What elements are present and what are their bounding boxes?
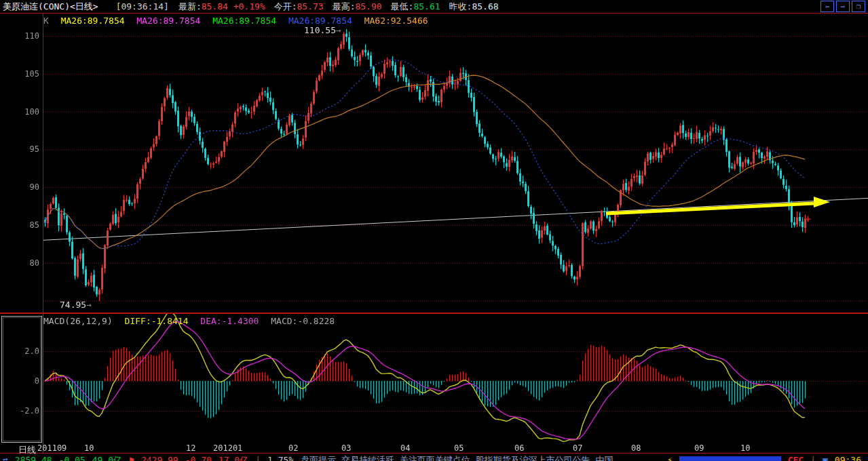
ma26-green-label: MA26:89.7854 <box>212 16 276 26</box>
high-annotation-text: 110.55 <box>304 25 336 35</box>
index2-amount: 17.0亿 <box>219 454 248 461</box>
status-clock: 09:36 <box>835 454 861 461</box>
low-annotation-text: 74.95 <box>60 300 86 310</box>
ma26-yellow-label: MA26:89.7854 <box>61 16 125 26</box>
title-bar: 美原油连(CONC)<日线> [09:36:14] 最新:85.84 +0.19… <box>0 0 868 14</box>
forward-button[interactable]: ⇨ <box>836 1 850 12</box>
clock: [09:36:14] <box>116 0 169 13</box>
ma-indicator-row: K MA26:89.7854 MA26:89.7854 MA26:89.7854… <box>43 16 435 26</box>
k-label: K <box>43 16 49 26</box>
dea-value: DEA:-1.4300 <box>200 316 259 326</box>
low-value: 85.61 <box>413 1 440 12</box>
prevclose-value: 85.68 <box>472 1 498 12</box>
open-value: 85.73 <box>297 1 324 12</box>
chart-canvas[interactable] <box>0 14 868 454</box>
high-label: 最高: <box>333 1 356 12</box>
high-value: 85.90 <box>355 1 381 12</box>
flag-icon: ⚑ <box>129 454 134 461</box>
index1-change: -0.05 <box>59 454 86 461</box>
right-arrow-icon: → <box>336 25 341 35</box>
low-label: 最低: <box>391 1 414 12</box>
index1-amount: 49.0亿 <box>92 454 122 461</box>
ma26-magenta-label: MA26:89.7854 <box>136 16 200 26</box>
chart-stage: K MA26:89.7854 MA26:89.7854 MA26:89.7854… <box>0 14 868 454</box>
last-value: 85.84 <box>202 1 228 12</box>
news-ticker[interactable]: 盘面提示 交易持续活跃 关注页面关键点位 股指期货及沪深上市公司公告 中国 <box>301 454 613 461</box>
last-label: 最新: <box>178 1 202 12</box>
lightning-icon: ⚡ <box>667 454 673 461</box>
index2-change: -0.70 <box>185 454 212 461</box>
macd-value: MACD:-0.8228 <box>271 316 335 326</box>
instrument-title: 美原油连(CONC)<日线> <box>3 0 98 13</box>
divider: | <box>810 454 816 461</box>
macd-indicator-row: MACD(26,12,9) DIFF:-1.8414 DEA:-1.4300 M… <box>43 316 341 326</box>
index2-value: 2429.99 <box>141 454 178 461</box>
divider: | <box>255 454 261 461</box>
window-icon[interactable]: ▣ <box>823 454 828 461</box>
ma62-orange-label: MA62:92.5466 <box>364 16 428 26</box>
prevclose-label: 昨收: <box>449 1 472 12</box>
right-arrow-icon: → <box>86 300 92 310</box>
low-annotation: 74.95→ <box>60 300 92 310</box>
open-label: 今开: <box>274 1 297 12</box>
percent-value: 1.75% <box>267 454 294 461</box>
high-annotation: 110.55→ <box>304 25 341 35</box>
period-label[interactable]: 日线 <box>18 444 36 456</box>
window-buttons: ⇦ ⇨ ❐ <box>820 1 865 12</box>
status-bar: ⇄ 2859.48 -0.05 49.0亿 ⚑ 2429.99 -0.70 17… <box>0 454 868 461</box>
ma26-blue-label: MA26:89.7854 <box>288 16 352 26</box>
change-value: +0.19% <box>233 1 265 12</box>
ad-banner[interactable] <box>679 456 781 461</box>
cascade-button[interactable]: ❐ <box>852 1 865 12</box>
back-button[interactable]: ⇦ <box>820 1 834 12</box>
macd-title: MACD(26,12,9) <box>43 316 113 326</box>
diff-value: DIFF:-1.8414 <box>125 316 189 326</box>
cfc-label[interactable]: CFC <box>788 454 804 461</box>
quote-arrows-icon: ⇄ <box>3 454 8 461</box>
